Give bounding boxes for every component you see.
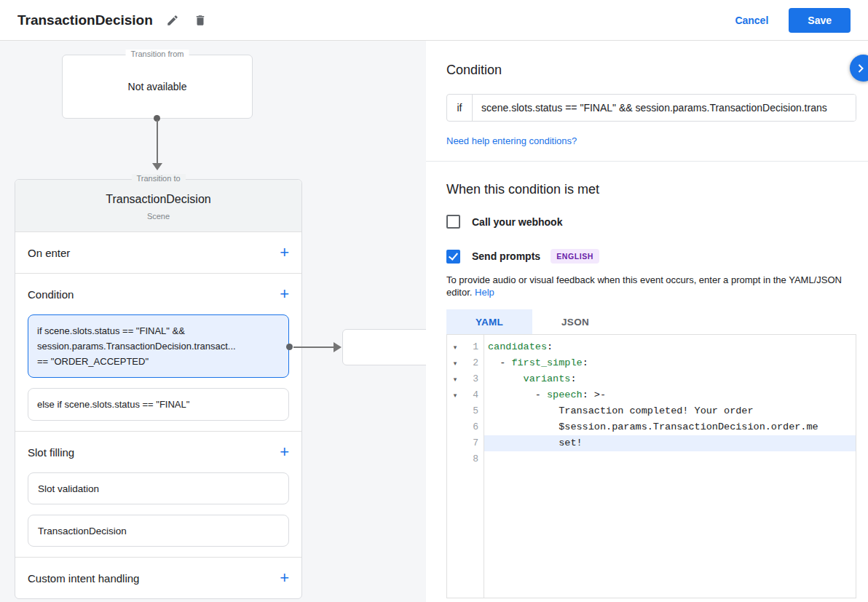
send-prompts-checkbox[interactable] (446, 250, 460, 264)
section-divider (426, 161, 868, 162)
condition-item-selected[interactable]: if scene.slots.status == "FINAL" &&sessi… (28, 314, 289, 378)
editor-line: ▾2 - first_simple: (447, 355, 856, 371)
code-line: variants: (484, 371, 856, 387)
on-enter-label: On enter (28, 247, 70, 259)
scene-card-subtitle: Scene (15, 212, 301, 221)
condition-list: if scene.slots.status == "FINAL" &&sessi… (15, 314, 301, 421)
edge-arrowhead-right (334, 342, 342, 352)
edge-arrowhead-down (152, 163, 162, 170)
page-title: TransactionDecision (17, 12, 153, 28)
code-line: set! (484, 435, 856, 451)
webhook-row: Call your webhook (446, 215, 856, 229)
section-slot-filling: Slot filling + Slot validationTransactio… (15, 432, 301, 558)
fold-toggle-icon[interactable]: ▾ (447, 371, 463, 387)
if-label: if (447, 95, 473, 121)
editor-line: ▾1candidates: (447, 339, 856, 355)
tab-yaml[interactable]: YAML (446, 309, 532, 334)
add-slot-button[interactable]: + (280, 444, 289, 460)
edge-line-vertical (157, 120, 158, 164)
call-webhook-checkbox[interactable] (446, 215, 460, 229)
slot-list: Slot validationTransactionDecision (15, 472, 301, 547)
condition-section-label: Condition (28, 288, 74, 301)
conditions-help-link[interactable]: Need help entering conditions? (446, 135, 577, 146)
slot-item[interactable]: Slot validation (28, 472, 289, 504)
add-on-enter-button[interactable]: + (280, 245, 289, 261)
transition-from-label: Transition from (126, 49, 189, 58)
connector-dot (286, 344, 293, 350)
cancel-button[interactable]: Cancel (735, 15, 768, 26)
editor-line: 5 Transaction completed! Your order (447, 403, 856, 419)
header-right: Cancel Save (735, 8, 851, 33)
add-condition-button[interactable]: + (280, 286, 289, 302)
editor-line: ▾3 variants: (447, 371, 856, 387)
code-line: $session.params.TransactionDecision.orde… (484, 419, 856, 435)
add-custom-intent-button[interactable]: + (280, 570, 289, 586)
slot-item[interactable]: TransactionDecision (28, 515, 289, 547)
editor-line: 7 set! (447, 435, 856, 451)
editor-tabs: YAMLJSON (446, 309, 856, 334)
fold-toggle-icon[interactable]: ▾ (447, 355, 463, 371)
editor-line: ▾4 - speech: >- (447, 387, 856, 403)
gutter-separator (484, 335, 484, 598)
editor-line: 6 $session.params.TransactionDecision.or… (447, 419, 856, 435)
line-number: 4 (463, 387, 484, 403)
language-badge: ENGLISH (551, 249, 599, 264)
line-number: 2 (463, 355, 484, 371)
pencil-icon (166, 14, 179, 27)
slot-filling-label: Slot filling (28, 446, 74, 459)
code-line: - first_simple: (484, 355, 856, 371)
call-webhook-label: Call your webhook (472, 216, 562, 228)
line-number: 5 (463, 403, 484, 419)
edit-scene-button[interactable] (165, 12, 181, 28)
scene-card-header: TransactionDecision Scene (15, 180, 301, 232)
line-number: 8 (463, 451, 484, 467)
next-scene-node[interactable] (342, 329, 426, 365)
send-prompts-row: Send prompts ENGLISH (446, 249, 856, 264)
save-button[interactable]: Save (789, 8, 851, 33)
prompts-description: To provide audio or visual feedback when… (446, 274, 856, 298)
fold-spacer (447, 403, 463, 419)
code-line (484, 451, 856, 467)
transition-to-label: Transition to (131, 174, 185, 183)
section-custom-intent: Custom intent handling + (15, 558, 301, 598)
section-on-enter: On enter + (15, 232, 301, 274)
delete-scene-button[interactable] (192, 12, 208, 28)
send-prompts-label: Send prompts (472, 250, 540, 262)
line-number: 7 (463, 435, 484, 451)
section-condition: Condition + if scene.slots.status == "FI… (15, 274, 301, 432)
line-number: 6 (463, 419, 484, 435)
chevron-right-icon (853, 61, 868, 76)
fold-toggle-icon[interactable]: ▾ (447, 339, 463, 355)
fold-toggle-icon[interactable]: ▾ (447, 387, 463, 403)
condition-expression-input[interactable] (473, 95, 856, 121)
condition-met-heading: When this condition is met (446, 182, 856, 197)
scene-card: Transition to TransactionDecision Scene … (15, 179, 302, 599)
edge-line-horizontal (293, 346, 334, 348)
custom-intent-label: Custom intent handling (28, 572, 139, 585)
condition-item-line: else if scene.slots.status == "FINAL" (37, 397, 280, 412)
condition-item-line: if scene.slots.status == "FINAL" && (37, 323, 280, 338)
condition-item-line: session.params.TransactionDecision.trans… (37, 338, 280, 354)
line-number: 1 (463, 339, 484, 355)
line-number: 3 (463, 371, 484, 387)
fold-spacer (447, 419, 463, 435)
condition-item[interactable]: else if scene.slots.status == "FINAL" (28, 388, 289, 421)
condition-detail-panel: Condition if Need help entering conditio… (426, 41, 868, 602)
scene-canvas: Transition from Not available Transition… (0, 41, 426, 602)
transition-from-node: Transition from Not available (62, 55, 253, 119)
condition-expression-row: if (446, 94, 856, 122)
condition-item-line: == "ORDER_ACCEPTED" (37, 354, 280, 369)
condition-heading: Condition (446, 63, 856, 78)
fold-spacer (447, 435, 463, 451)
fold-spacer (447, 451, 463, 467)
yaml-editor[interactable]: ▾1candidates:▾2 - first_simple:▾3 varian… (446, 334, 856, 598)
trash-icon (194, 14, 207, 27)
code-line: - speech: >- (484, 387, 856, 403)
tab-json[interactable]: JSON (532, 309, 618, 334)
scene-card-title: TransactionDecision (15, 193, 301, 206)
code-line: Transaction completed! Your order (484, 403, 856, 419)
header-left: TransactionDecision (17, 12, 208, 28)
app-body: Transition from Not available Transition… (0, 41, 868, 602)
app-header: TransactionDecision Cancel Save (0, 0, 868, 41)
prompts-help-link[interactable]: Help (475, 287, 494, 298)
